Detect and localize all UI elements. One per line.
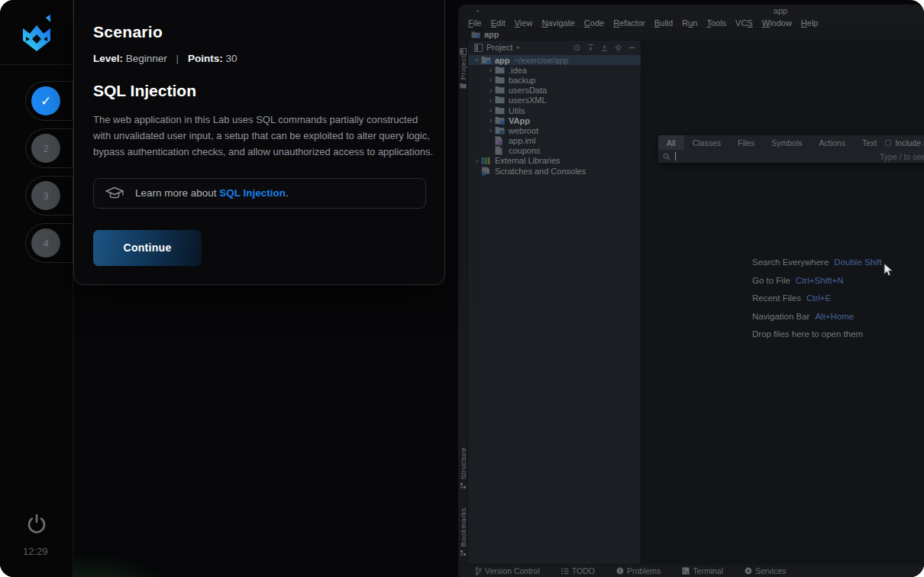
search-placeholder: Type / to see co bbox=[880, 152, 924, 161]
libraries-icon bbox=[481, 156, 490, 165]
panel-title: Scenario bbox=[93, 23, 425, 41]
logo-container bbox=[0, 0, 73, 65]
step-indicator[interactable]: 3 bbox=[25, 176, 73, 216]
project-panel: Project ▾ bbox=[468, 41, 641, 564]
search-tab[interactable]: All bbox=[658, 135, 684, 150]
search-tab[interactable]: Classes bbox=[684, 135, 729, 150]
menu-item[interactable]: Build bbox=[651, 18, 677, 28]
collapse-all-icon[interactable] bbox=[600, 44, 609, 52]
tool-tab[interactable]: Structure bbox=[459, 444, 467, 492]
include-non-project-checkbox[interactable]: Include non-project items bbox=[885, 138, 924, 147]
status-item[interactable]: Terminal bbox=[682, 566, 723, 575]
tree-row[interactable]: › .idea bbox=[468, 65, 641, 75]
ide-window: app FileEditViewNavigateCodeRefactorBuil… bbox=[458, 5, 924, 577]
chevron-icon: › bbox=[486, 106, 495, 115]
editor-area[interactable]: Search EverywhereDouble Shift Go to File… bbox=[641, 41, 924, 564]
project-panel-title[interactable]: Project bbox=[486, 43, 512, 52]
step-circle: 3 bbox=[31, 181, 60, 210]
chevron-down-icon[interactable]: ▾ bbox=[516, 44, 519, 51]
session-time: 12:29 bbox=[23, 546, 48, 557]
learn-more-link[interactable]: SQL Injection bbox=[219, 187, 286, 199]
iml-file-icon bbox=[495, 136, 502, 145]
status-item[interactable]: Services bbox=[745, 566, 786, 575]
project-tree: › app bbox=[468, 54, 641, 564]
expand-all-icon[interactable] bbox=[586, 44, 595, 52]
step-list: ✓ 2 3 4 bbox=[25, 81, 73, 271]
branch-icon bbox=[475, 567, 482, 575]
status-item[interactable]: Problems bbox=[616, 566, 661, 575]
services-icon bbox=[745, 567, 752, 575]
tree-row[interactable]: › VApp bbox=[468, 115, 641, 125]
project-panel-header: Project ▾ bbox=[468, 41, 641, 54]
tool-tab-icon bbox=[460, 549, 467, 556]
status-item[interactable]: TODO bbox=[561, 566, 595, 575]
project-view-icon bbox=[474, 44, 483, 52]
shortcut-row: Search EverywhereDouble Shift bbox=[752, 258, 882, 276]
meta-divider: | bbox=[176, 53, 179, 64]
breadcrumb-item[interactable]: app bbox=[484, 30, 499, 39]
window-icon bbox=[477, 10, 479, 12]
brand-logo[interactable] bbox=[17, 11, 57, 54]
continue-button[interactable]: Continue bbox=[93, 230, 202, 266]
problems-icon bbox=[616, 567, 624, 575]
terminal-icon bbox=[682, 567, 690, 575]
ide-body: Project Structure bbox=[458, 41, 924, 564]
search-tab[interactable]: Text bbox=[854, 135, 885, 150]
menu-item[interactable]: File bbox=[464, 18, 486, 28]
hide-icon[interactable] bbox=[628, 44, 636, 52]
power-button[interactable] bbox=[25, 512, 48, 535]
step-glyph: ✓ bbox=[40, 93, 51, 109]
step-glyph: 3 bbox=[43, 190, 48, 202]
scenario-description: The web application in this Lab uses SQL… bbox=[93, 112, 435, 160]
tree-row[interactable]: › coupons bbox=[468, 146, 641, 156]
search-tab[interactable]: Symbols bbox=[763, 135, 810, 150]
step-indicator[interactable]: 4 bbox=[25, 223, 73, 263]
chevron-icon: › bbox=[486, 76, 495, 84]
step-circle: ✓ bbox=[31, 86, 60, 115]
ide-titlebar: app bbox=[458, 5, 924, 18]
search-tab[interactable]: Files bbox=[729, 135, 763, 150]
folder-stripe-icon bbox=[460, 83, 467, 89]
tree-row[interactable]: › webroot bbox=[468, 125, 641, 135]
folder-icon bbox=[471, 31, 480, 39]
chevron-icon: › bbox=[486, 96, 495, 105]
tree-row[interactable]: › usersXML bbox=[468, 96, 641, 105]
tree-row[interactable]: › usersData bbox=[468, 86, 641, 96]
tree-row[interactable]: › Scratches and C bbox=[468, 166, 641, 176]
menu-item[interactable]: Code bbox=[580, 18, 608, 28]
tree-row[interactable]: › app.iml bbox=[468, 136, 641, 146]
menu-item[interactable]: Refactor bbox=[609, 18, 649, 28]
menu-item[interactable]: Window bbox=[758, 18, 796, 28]
step-indicator[interactable]: 2 bbox=[25, 128, 73, 168]
search-tab[interactable]: Actions bbox=[810, 135, 853, 150]
editor-shortcuts: Search EverywhereDouble Shift Go to File… bbox=[752, 258, 882, 348]
menu-item[interactable]: Run bbox=[678, 18, 701, 28]
status-item[interactable]: Version Control bbox=[475, 566, 540, 575]
menu-item[interactable]: Edit bbox=[487, 18, 509, 28]
tool-window-stripe: Project Structure bbox=[458, 41, 468, 564]
tree-row[interactable]: › Utils bbox=[468, 105, 641, 115]
step-indicator[interactable]: ✓ bbox=[25, 81, 73, 121]
ide-statusbar: Version Control TODO Pro bbox=[458, 564, 924, 577]
tool-tab-project[interactable]: Project bbox=[459, 42, 467, 92]
menu-item[interactable]: Help bbox=[797, 18, 822, 28]
level-value: Beginner bbox=[126, 53, 167, 64]
tool-tab[interactable]: Bookmarks bbox=[459, 504, 467, 559]
search-tabs: AllClassesFilesSymbolsActionsText Includ… bbox=[658, 135, 924, 150]
scenario-panel: Scenario Level: Beginner | Points: 30 SQ… bbox=[73, 0, 445, 285]
tree-row[interactable]: › app bbox=[468, 55, 641, 65]
tree-row[interactable]: › backup bbox=[468, 75, 641, 85]
breadcrumb: app bbox=[458, 29, 924, 41]
menu-item[interactable]: Tools bbox=[703, 18, 730, 28]
menu-item[interactable]: View bbox=[511, 18, 537, 28]
menu-item[interactable]: VCS bbox=[732, 18, 757, 28]
locate-icon[interactable] bbox=[573, 44, 581, 52]
module-folder-icon bbox=[495, 116, 505, 125]
chevron-icon: › bbox=[473, 56, 481, 64]
search-input[interactable]: Type / to see co bbox=[658, 150, 924, 163]
menu-item[interactable]: Navigate bbox=[538, 18, 578, 28]
chevron-icon: › bbox=[486, 126, 495, 135]
settings-icon[interactable] bbox=[614, 44, 622, 52]
tree-row[interactable]: › External Librar bbox=[468, 156, 641, 166]
chevron-icon: › bbox=[486, 116, 495, 125]
